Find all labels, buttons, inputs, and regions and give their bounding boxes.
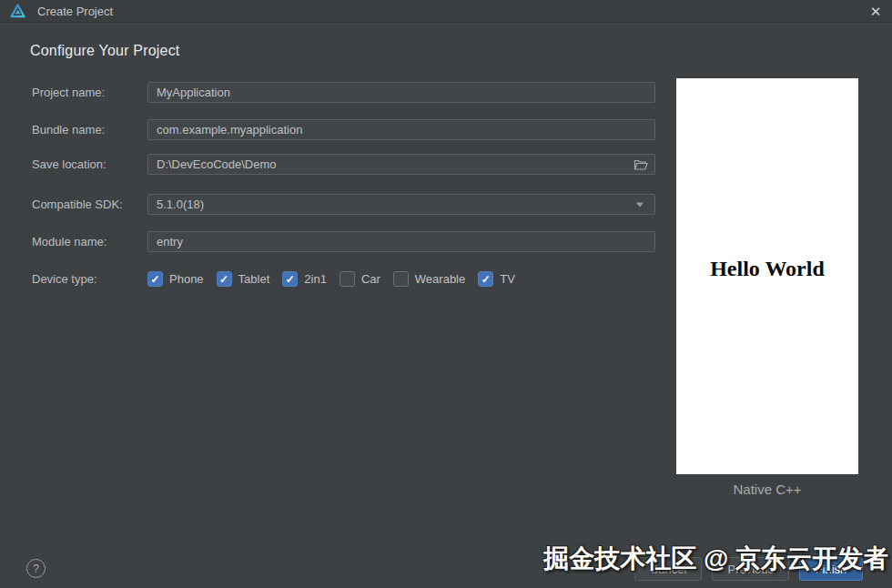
bundle-name-input[interactable] xyxy=(148,120,654,139)
checkbox-icon[interactable]: ✓ xyxy=(282,271,298,287)
module-name-label: Module name: xyxy=(32,235,147,248)
save-location-label: Save location: xyxy=(32,157,147,171)
module-name-field-frame xyxy=(147,231,655,252)
save-location-input[interactable] xyxy=(148,155,654,174)
template-caption: Native C++ xyxy=(676,482,858,497)
device-checkbox-wearable[interactable]: ✓ Wearable xyxy=(393,271,465,287)
template-preview-panel: Hello World xyxy=(676,78,858,474)
check-icon: ✓ xyxy=(150,274,159,285)
compatible-sdk-label: Compatible SDK: xyxy=(32,198,147,211)
preview-hello-world-text: Hello World xyxy=(676,257,858,281)
checkbox-icon[interactable]: ✓ xyxy=(217,271,232,287)
project-name-label: Project name: xyxy=(32,86,147,99)
title-bar: Create Project ✕ xyxy=(0,0,892,23)
device-label-tablet: Tablet xyxy=(238,272,270,286)
checkbox-icon[interactable]: ✓ xyxy=(340,271,355,287)
device-checkbox-2in1[interactable]: ✓ 2in1 xyxy=(282,271,327,287)
device-checkbox-phone[interactable]: ✓ Phone xyxy=(147,271,204,287)
compatible-sdk-value: 5.1.0(18) xyxy=(148,198,204,211)
bundle-name-field-frame xyxy=(147,119,655,140)
check-icon: ✓ xyxy=(481,274,491,285)
form-row-compatible-sdk: Compatible SDK: 5.1.0(18) xyxy=(32,194,655,215)
checkbox-icon[interactable]: ✓ xyxy=(147,271,163,287)
checkbox-icon[interactable]: ✓ xyxy=(393,271,409,287)
save-location-field-frame xyxy=(147,154,655,175)
chevron-down-icon xyxy=(636,202,644,207)
module-name-input[interactable] xyxy=(148,232,654,251)
window-title: Create Project xyxy=(37,5,113,18)
device-label-2in1: 2in1 xyxy=(304,272,327,286)
device-checkbox-car[interactable]: ✓ Car xyxy=(340,271,380,287)
device-label-phone: Phone xyxy=(169,272,204,286)
checkbox-icon[interactable]: ✓ xyxy=(478,271,493,287)
bundle-name-label: Bundle name: xyxy=(32,123,147,137)
device-type-options: ✓ Phone ✓ Tablet ✓ 2in1 ✓ Car ✓ Wearable… xyxy=(147,271,655,287)
dialog-button-bar: Cancel Previous Finish xyxy=(634,557,863,581)
folder-open-icon[interactable] xyxy=(633,157,648,171)
project-name-field-frame xyxy=(147,82,655,103)
close-icon[interactable]: ✕ xyxy=(866,2,886,21)
device-checkbox-tv[interactable]: ✓ TV xyxy=(478,271,515,287)
device-checkbox-tablet[interactable]: ✓ Tablet xyxy=(217,271,270,287)
form-row-save-location: Save location: xyxy=(32,154,655,175)
compatible-sdk-select[interactable]: 5.1.0(18) xyxy=(147,194,655,215)
device-label-car: Car xyxy=(361,272,380,286)
device-label-wearable: Wearable xyxy=(415,272,465,286)
help-icon[interactable]: ? xyxy=(26,559,46,578)
page-title: Configure Your Project xyxy=(30,43,180,59)
form-row-module-name: Module name: xyxy=(32,231,655,252)
check-icon: ✓ xyxy=(286,274,295,285)
project-name-input[interactable] xyxy=(148,83,654,102)
cancel-button[interactable]: Cancel xyxy=(634,557,702,581)
deveco-studio-logo-icon xyxy=(10,4,25,19)
previous-button[interactable]: Previous xyxy=(712,557,789,581)
device-label-tv: TV xyxy=(500,272,515,286)
check-icon: ✓ xyxy=(219,274,228,285)
form-row-bundle-name: Bundle name: xyxy=(32,119,655,140)
device-type-label: Device type: xyxy=(32,272,147,286)
form-row-device-type: Device type: ✓ Phone ✓ Tablet ✓ 2in1 ✓ C… xyxy=(32,269,655,289)
finish-button[interactable]: Finish xyxy=(799,557,863,581)
form-row-project-name: Project name: xyxy=(32,82,655,103)
